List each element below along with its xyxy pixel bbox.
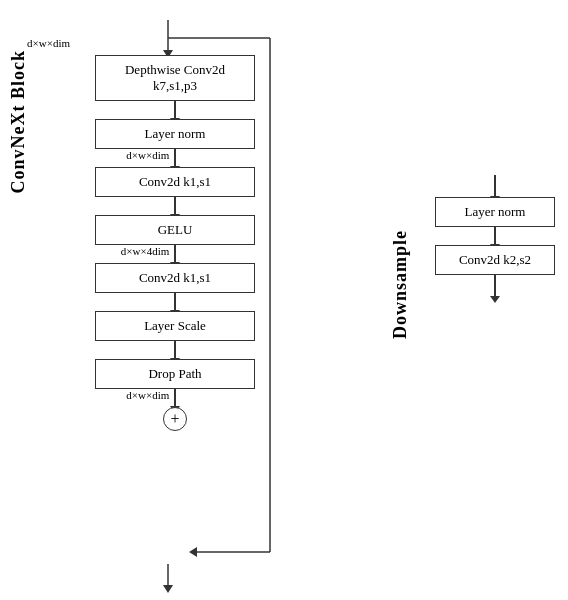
ds-layer-norm-label: Layer norm [464, 204, 525, 219]
layer-norm-1-label: Layer norm [144, 126, 205, 141]
label-top: d×w×dim [27, 37, 70, 49]
gelu-box: GELU [95, 215, 255, 245]
ds-conv2d-box: Conv2d k2,s2 [435, 245, 555, 275]
depthwise-line2: k7,s1,p3 [104, 78, 246, 94]
depthwise-conv2d-box: Depthwise Conv2d k7,s1,p3 [95, 55, 255, 101]
depthwise-line1: Depthwise Conv2d [104, 62, 246, 78]
svg-marker-7 [163, 585, 173, 593]
label-after-layernorm: d×w×dim [126, 149, 169, 161]
convnext-block-label: ConvNeXt Block [8, 50, 29, 194]
layer-scale-box: Layer Scale [95, 311, 255, 341]
drop-path-label: Drop Path [148, 366, 201, 381]
conv2d-1-label: Conv2d k1,s1 [139, 174, 211, 189]
ds-conv2d-label: Conv2d k2,s2 [459, 252, 531, 267]
conv2d-2-label: Conv2d k1,s1 [139, 270, 211, 285]
main-flow: d×w×dim Depthwise Conv2d k7,s1,p3 Layer … [75, 55, 275, 431]
add-node: + [163, 407, 187, 431]
layer-norm-1-box: Layer norm [95, 119, 255, 149]
label-after-gelu: d×w×4dim [121, 245, 169, 257]
label-bottom: d×w×dim [126, 389, 169, 401]
ds-layer-norm-box: Layer norm [435, 197, 555, 227]
layer-scale-label: Layer Scale [144, 318, 206, 333]
gelu-label: GELU [158, 222, 193, 237]
conv2d-2-box: Conv2d k1,s1 [95, 263, 255, 293]
svg-marker-5 [189, 547, 197, 557]
drop-path-box: Drop Path [95, 359, 255, 389]
downsample-flow: Layer norm Conv2d k2,s2 [435, 175, 555, 297]
conv2d-1-box: Conv2d k1,s1 [95, 167, 255, 197]
downsample-label: Downsample [390, 230, 411, 339]
add-symbol: + [170, 410, 179, 428]
